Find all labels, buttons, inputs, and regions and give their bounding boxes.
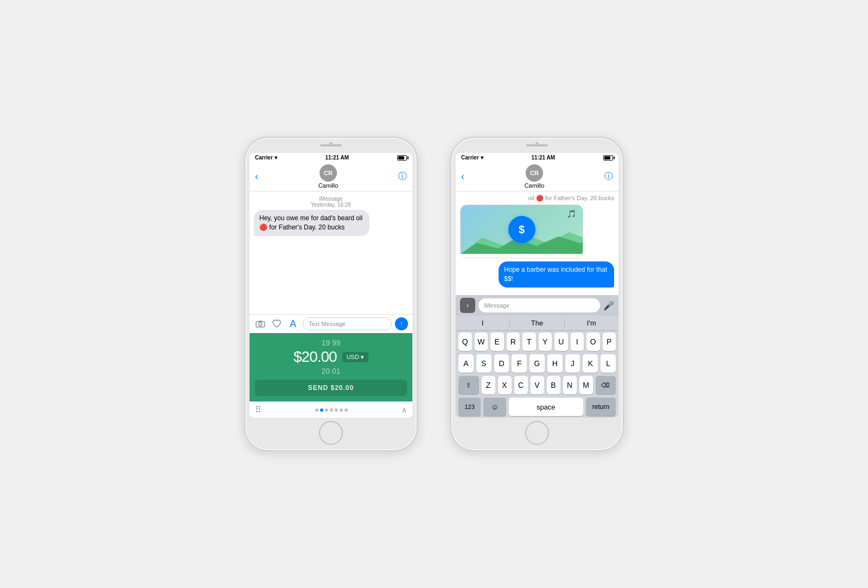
dot-5 bbox=[335, 408, 338, 412]
chevron-button-2[interactable]: › bbox=[460, 298, 475, 313]
imessage-input-2[interactable]: iMessage bbox=[478, 298, 600, 312]
carrier-2: Carrier ▾ bbox=[461, 155, 483, 161]
key-m[interactable]: M bbox=[579, 376, 593, 394]
nav-bar-1: ‹ CR Camillo ⓘ bbox=[250, 162, 412, 191]
key-f[interactable]: F bbox=[512, 354, 527, 373]
key-o[interactable]: O bbox=[586, 333, 600, 351]
key-u[interactable]: U bbox=[554, 333, 568, 351]
app-switcher-dots bbox=[315, 408, 348, 412]
apps-grid-icon[interactable]: ⠿ bbox=[255, 405, 261, 415]
key-123[interactable]: 123 bbox=[458, 398, 481, 416]
pay-send-button[interactable]: SEND $20.00 bbox=[255, 380, 407, 396]
key-shift[interactable]: ⇧ bbox=[458, 376, 479, 394]
info-button-1[interactable]: ⓘ bbox=[398, 171, 407, 182]
camera-icon-1[interactable] bbox=[254, 317, 267, 330]
phone-1: Carrier ▾ 11:21 AM ‹ CR Camillo ⓘ iMessa… bbox=[244, 137, 418, 451]
key-g[interactable]: G bbox=[529, 354, 545, 373]
dot-6 bbox=[340, 408, 343, 412]
key-k[interactable]: K bbox=[583, 354, 598, 373]
battery-fill-1 bbox=[398, 156, 404, 159]
key-l[interactable]: L bbox=[601, 354, 616, 373]
status-bar-2: Carrier ▾ 11:21 AM bbox=[456, 153, 618, 162]
contact-avatar-2: CR bbox=[526, 164, 543, 182]
key-row-1: Q W E R T Y U I O P bbox=[456, 331, 618, 353]
key-j[interactable]: J bbox=[565, 354, 580, 373]
suggestion-the[interactable]: The bbox=[510, 319, 564, 327]
pay-card-title: Here's $20.00! Tap to pickup. bbox=[466, 257, 577, 258]
info-button-2[interactable]: ⓘ bbox=[604, 171, 613, 182]
key-return[interactable]: return bbox=[586, 398, 616, 416]
pay-amount-below: 20 01 bbox=[255, 367, 407, 375]
key-x[interactable]: X bbox=[498, 376, 512, 394]
key-p[interactable]: P bbox=[603, 333, 616, 351]
send-button-1[interactable]: ↑ bbox=[395, 317, 408, 330]
dot-1 bbox=[315, 408, 318, 412]
key-n[interactable]: N bbox=[563, 376, 577, 394]
key-b[interactable]: B bbox=[547, 376, 560, 394]
pay-currency-selector[interactable]: USD ▾ bbox=[342, 352, 368, 362]
circle-pay-card[interactable]: 🎵 $ Here's $20.00! Tap to pickup. Sent w… bbox=[460, 204, 583, 258]
suggestion-im[interactable]: I'm bbox=[565, 319, 618, 327]
time-2: 11:21 AM bbox=[532, 155, 556, 161]
suggestion-i[interactable]: I bbox=[456, 319, 510, 327]
key-s[interactable]: S bbox=[476, 354, 492, 373]
key-delete[interactable]: ⌫ bbox=[596, 376, 616, 394]
key-r[interactable]: R bbox=[507, 333, 520, 351]
input-bar-2: › iMessage 🎤 bbox=[456, 295, 618, 316]
key-c[interactable]: C bbox=[514, 376, 528, 394]
key-d[interactable]: D bbox=[494, 354, 509, 373]
key-t[interactable]: T bbox=[522, 333, 536, 351]
text-input-1[interactable]: Text Message bbox=[303, 317, 392, 330]
back-button-1[interactable]: ‹ bbox=[255, 171, 258, 182]
pay-widget-1: 19 99 $20.00 USD ▾ 20 01 SEND $20.00 bbox=[250, 333, 412, 401]
key-space[interactable]: space bbox=[509, 398, 584, 416]
phone-2-screen: Carrier ▾ 11:21 AM ‹ CR Camillo ⓘ oil 🔴 … bbox=[456, 153, 618, 418]
key-h[interactable]: H bbox=[547, 354, 563, 373]
time-1: 11:21 AM bbox=[326, 155, 349, 161]
dollar-circle-icon: $ bbox=[508, 216, 535, 243]
partial-message: oil 🔴 for Father's Day. 20 bucks bbox=[528, 195, 614, 201]
home-button-1[interactable] bbox=[319, 421, 343, 445]
pay-amount-value: $20.00 bbox=[293, 348, 337, 366]
dot-7 bbox=[344, 408, 348, 412]
pay-card-image: 🎵 $ bbox=[461, 205, 583, 254]
key-v[interactable]: V bbox=[531, 376, 544, 394]
mic-icon-2[interactable]: 🎤 bbox=[603, 301, 614, 311]
pay-card-text: Here's $20.00! Tap to pickup. Sent with … bbox=[461, 254, 583, 258]
apps-icon-1[interactable]: A bbox=[286, 317, 299, 330]
key-e[interactable]: E bbox=[490, 333, 504, 351]
status-bar-1: Carrier ▾ 11:21 AM bbox=[250, 153, 412, 162]
key-z[interactable]: Z bbox=[482, 376, 495, 394]
heart-icon-1[interactable] bbox=[270, 317, 283, 330]
home-button-2[interactable] bbox=[525, 421, 549, 445]
back-button-2[interactable]: ‹ bbox=[461, 171, 464, 182]
dot-3 bbox=[325, 408, 328, 412]
keyboard-2: Q W E R T Y U I O P A S D F G H J K L bbox=[456, 331, 618, 418]
carrier-1: Carrier ▾ bbox=[255, 155, 277, 161]
input-bar-1: A Text Message ↑ bbox=[250, 314, 412, 333]
dot-4 bbox=[330, 408, 333, 412]
key-y[interactable]: Y bbox=[539, 333, 552, 351]
nav-bar-2: ‹ CR Camillo ⓘ bbox=[456, 162, 618, 191]
key-q[interactable]: Q bbox=[458, 333, 472, 351]
contact-name-2: Camillo bbox=[525, 182, 545, 189]
music-notes-icon: 🎵 bbox=[567, 209, 576, 218]
pay-amount-main: $20.00 USD ▾ bbox=[255, 348, 407, 366]
key-w[interactable]: W bbox=[475, 333, 488, 351]
phone-2: Carrier ▾ 11:21 AM ‹ CR Camillo ⓘ oil 🔴 … bbox=[450, 137, 624, 451]
phone-2-top-dot bbox=[535, 142, 539, 145]
nav-center-2: CR Camillo bbox=[525, 164, 545, 189]
key-emoji[interactable]: ☺ bbox=[483, 398, 506, 416]
key-a[interactable]: A bbox=[458, 354, 474, 373]
battery-icon-2 bbox=[603, 155, 613, 161]
battery-fill-2 bbox=[604, 156, 610, 159]
app-switcher-bar-1: ⠿ ∧ bbox=[250, 401, 412, 418]
dot-2-active bbox=[320, 408, 323, 412]
phone-1-screen: Carrier ▾ 11:21 AM ‹ CR Camillo ⓘ iMessa… bbox=[250, 153, 412, 418]
expand-icon[interactable]: ∧ bbox=[401, 406, 407, 414]
keyboard-suggestions: I The I'm bbox=[456, 316, 618, 331]
battery-icon-1 bbox=[397, 155, 407, 161]
sent-message-2: Hope a barber was included for that $$! bbox=[499, 261, 614, 287]
svg-rect-2 bbox=[259, 321, 262, 322]
key-i[interactable]: I bbox=[571, 333, 584, 351]
